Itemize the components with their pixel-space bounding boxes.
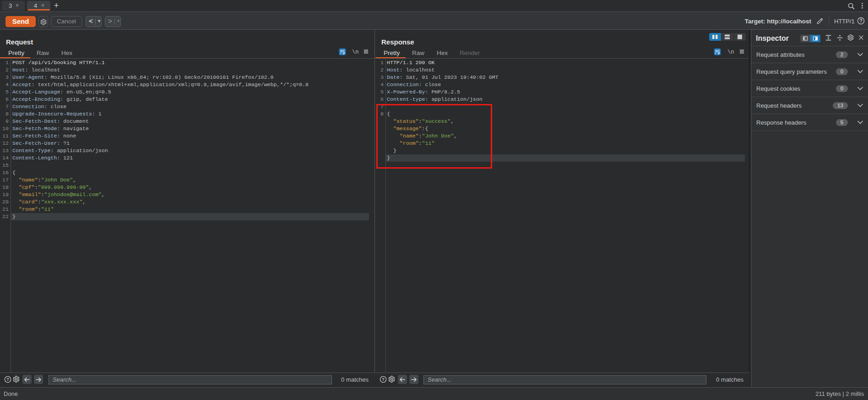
svg-text:?: ? [6,377,9,382]
svg-text:?: ? [382,377,385,382]
svg-text:?: ? [859,18,862,23]
